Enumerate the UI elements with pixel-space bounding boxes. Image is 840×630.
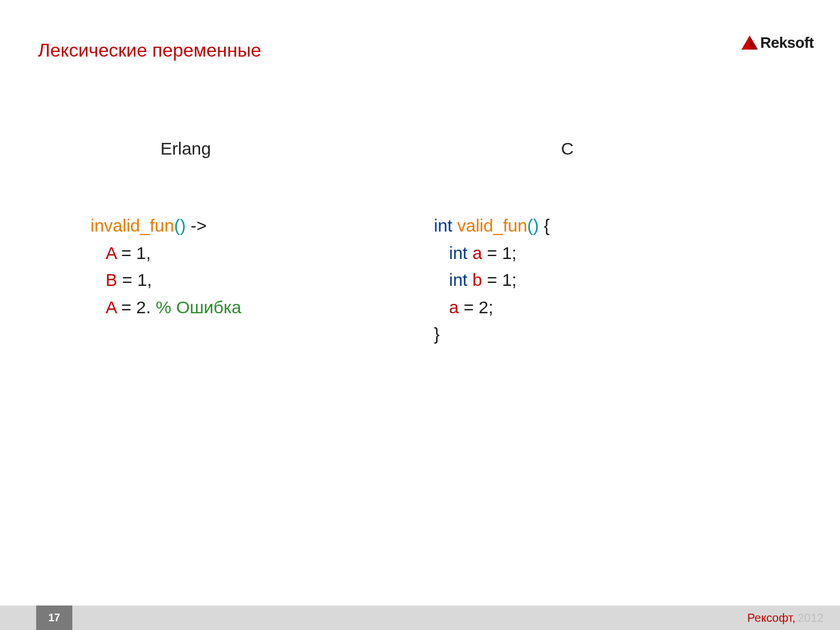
c-column: C int valid_fun() { int a = 1; int b = 1… (434, 139, 574, 348)
footer-company: Рексофт, (747, 611, 795, 625)
footer-bar (0, 606, 840, 630)
c-type-3: int (449, 270, 468, 289)
erlang-assign-1: = 1, (116, 243, 150, 262)
slide-title: Лексические переменные (38, 40, 261, 61)
c-fn-name: valid_fun (457, 216, 527, 235)
page-number: 17 (36, 606, 72, 630)
erlang-assign-2: = 1, (117, 270, 152, 289)
erlang-var-b: B (106, 270, 117, 289)
erlang-var-a2: A (106, 298, 116, 317)
erlang-parens: () (174, 216, 186, 235)
erlang-assign-3: = 2. (116, 298, 156, 317)
erlang-header: Erlang (160, 139, 242, 159)
erlang-comment: % Ошибка (156, 298, 242, 317)
code-columns: Erlang invalid_fun() -> A = 1, B = 1, A … (90, 139, 573, 348)
c-var-b: b (473, 270, 482, 289)
logo-text: Reksoft (760, 34, 814, 52)
c-type-1: int (434, 216, 453, 235)
c-var-a1: a (473, 243, 482, 262)
c-parens: () (527, 216, 539, 235)
erlang-var-a1: A (106, 243, 116, 262)
c-sp-1 (452, 216, 457, 235)
c-code: int valid_fun() { int a = 1; int b = 1; … (434, 212, 574, 348)
c-assign-3: = 2; (459, 298, 493, 317)
brand-logo: Reksoft (741, 34, 814, 52)
erlang-arrow: -> (186, 216, 206, 235)
c-sp-2 (467, 243, 472, 262)
footer-right: Рексофт, 2012 (747, 606, 824, 630)
erlang-fn-name: invalid_fun (90, 216, 174, 235)
c-assign-2: = 1; (482, 270, 516, 289)
c-header: C (561, 139, 574, 159)
c-var-a2: a (449, 298, 459, 317)
c-assign-1: = 1; (482, 243, 516, 262)
c-brace-open: { (539, 216, 550, 235)
c-sp-3 (467, 270, 472, 289)
c-type-2: int (449, 243, 468, 262)
logo-triangle-icon (741, 36, 758, 51)
erlang-code: invalid_fun() -> A = 1, B = 1, A = 2. % … (90, 212, 242, 321)
erlang-column: Erlang invalid_fun() -> A = 1, B = 1, A … (90, 139, 242, 348)
c-brace-close: } (434, 324, 440, 344)
footer-year: 2012 (798, 611, 824, 625)
